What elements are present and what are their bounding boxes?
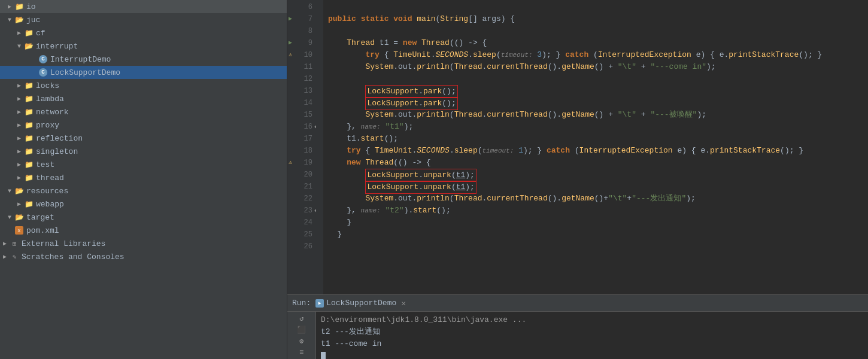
run-output-text-1: t2 ---发出通知: [321, 327, 380, 336]
code-line-17: t1.start();: [328, 133, 868, 145]
sidebar-label-resources: resources: [26, 187, 68, 196]
run-cursor-line: [321, 350, 863, 359]
run-toolbar: ↺ ⬛ ⚙ ≡ ⇌: [287, 312, 316, 359]
ln-15: 15: [287, 109, 316, 121]
collapse-arrow-scratches: ▶: [0, 253, 10, 260]
run-tab-icon: ▶: [315, 299, 324, 308]
sidebar-label-juc: juc: [26, 16, 40, 25]
sidebar-label-network: network: [36, 108, 69, 117]
folder-icon-cf: 📁: [24, 28, 34, 38]
code-line-14: LockSupport.park();: [328, 97, 868, 109]
run-tab-close[interactable]: ✕: [401, 299, 406, 308]
sidebar-item-proxy[interactable]: ▶ 📁 proxy: [0, 118, 287, 132]
sidebar-label-interrupt: interrupt: [36, 42, 78, 51]
ln-18: 18: [287, 145, 316, 157]
ln-14: 14: [287, 97, 316, 109]
folder-icon-thread: 📁: [24, 173, 34, 182]
java-file-icon-locksupportdemo: C: [38, 68, 48, 77]
code-line-7: public static void main(String[] args) {: [328, 13, 868, 25]
sidebar-label-singleton: singleton: [36, 147, 78, 156]
collapse-arrow-juc: ▼: [5, 17, 14, 23]
sidebar-item-juc[interactable]: ▼ 📂 juc: [0, 13, 287, 26]
sidebar-item-reflection[interactable]: ▶ 📁 reflection: [0, 132, 287, 145]
sidebar-item-io[interactable]: ▶ 📁 io: [0, 0, 287, 13]
ln-11: 11: [287, 61, 316, 73]
ln-7: ▶7: [287, 13, 316, 25]
sidebar-item-pomxml[interactable]: X pom.xml: [0, 224, 287, 237]
folder-icon-target: 📂: [14, 212, 24, 222]
code-line-12: [328, 73, 868, 85]
code-line-18: try { TimeUnit.SECONDS.sleep(timeout: 1)…: [328, 145, 868, 157]
run-panel-header: Run: ▶ LockSupportDemo ✕: [287, 295, 868, 312]
code-line-6: [328, 1, 868, 13]
code-lines-container[interactable]: public static void main(String[] args) {…: [323, 0, 868, 294]
run-output-line-1: t2 ---发出通知: [321, 326, 863, 338]
sidebar-item-external-libraries[interactable]: ▶ ⊞ External Libraries: [0, 237, 287, 250]
editor-area: 6 ▶7 8 ▶9 ⚠10 11 12 13 14 15 16◆ 17 18 ⚠…: [287, 0, 868, 359]
code-line-23: }, name: "t2").start();: [328, 205, 868, 217]
sidebar-label-scratches: Scratches and Consoles: [22, 252, 125, 261]
collapse-arrow-locks: ▶: [14, 82, 24, 89]
ln-22: 22: [287, 193, 316, 205]
collapse-arrow-target: ▼: [5, 214, 14, 221]
run-cursor: [321, 352, 326, 359]
sidebar-label-locksupportdemo: LockSupportDemo: [50, 68, 120, 77]
collapse-arrow-interrupt: ▼: [14, 43, 24, 50]
sidebar-item-cf[interactable]: ▶ 📁 cf: [0, 26, 287, 39]
sidebar-item-webapp[interactable]: ▶ 📁 webapp: [0, 197, 287, 211]
ln-8: 8: [287, 25, 316, 37]
run-panel: Run: ▶ LockSupportDemo ✕ ↺ ⬛ ⚙ ≡ ⇌: [287, 294, 868, 359]
sidebar-label-pomxml: pom.xml: [26, 226, 59, 235]
ln-20: 20: [287, 169, 316, 181]
scratches-icon: ✎: [10, 252, 19, 261]
sidebar-item-target[interactable]: ▼ 📂 target: [0, 211, 287, 224]
stop-button[interactable]: ⬛: [296, 325, 308, 334]
sidebar-item-lambda[interactable]: ▶ 📁 lambda: [0, 92, 287, 105]
sidebar-item-locks[interactable]: ▶ 📁 locks: [0, 79, 287, 92]
code-line-20: LockSupport.unpark(t1);: [328, 169, 868, 181]
sidebar-item-scratches[interactable]: ▶ ✎ Scratches and Consoles: [0, 250, 287, 263]
code-line-21: LockSupport.unpark(t1);: [328, 181, 868, 193]
collapse-arrow-network: ▶: [14, 108, 24, 115]
sidebar-item-locksupportdemo[interactable]: C LockSupportDemo: [0, 66, 287, 79]
code-line-8: [328, 25, 868, 37]
sidebar-item-resources[interactable]: ▼ 📂 resources: [0, 184, 287, 197]
sidebar-label-io: io: [26, 2, 36, 11]
sidebar-label-proxy: proxy: [36, 121, 59, 130]
ln-24: 24: [287, 217, 316, 229]
ln-9: ▶9: [287, 37, 316, 49]
sidebar-item-network[interactable]: ▶ 📁 network: [0, 105, 287, 118]
sidebar-item-singleton[interactable]: ▶ 📁 singleton: [0, 145, 287, 158]
folder-icon-proxy: 📁: [24, 120, 34, 130]
folder-icon-io: 📁: [14, 2, 24, 11]
rerun-button[interactable]: ↺: [296, 314, 308, 323]
run-tab-locksupportdemo[interactable]: ▶ LockSupportDemo ✕: [315, 299, 406, 308]
sidebar-label-interruptdemo: InterruptDemo: [50, 55, 111, 64]
main-area: ▶ 📁 io ▼ 📂 juc ▶ 📁 cf ▼ 📂 interrupt: [0, 0, 868, 359]
folder-icon-test: 📁: [24, 160, 34, 169]
ln-17: 17: [287, 133, 316, 145]
sort-button[interactable]: ≡: [296, 348, 308, 357]
code-line-22: System.out.println(Thread.currentThread(…: [328, 193, 868, 205]
code-view[interactable]: 6 ▶7 8 ▶9 ⚠10 11 12 13 14 15 16◆ 17 18 ⚠…: [287, 0, 868, 294]
sidebar-label-lambda: lambda: [36, 95, 64, 104]
ln-19: ⚠19: [287, 157, 316, 169]
sidebar-item-interruptdemo[interactable]: C InterruptDemo: [0, 53, 287, 66]
settings-button[interactable]: ⚙: [296, 337, 308, 346]
code-line-15: System.out.println(Thread.currentThread(…: [328, 109, 868, 121]
sidebar-item-thread[interactable]: ▶ 📁 thread: [0, 171, 287, 184]
folder-icon-network: 📁: [24, 107, 34, 117]
folder-icon-resources: 📂: [14, 186, 24, 196]
sidebar-item-interrupt[interactable]: ▼ 📂 interrupt: [0, 39, 287, 53]
code-line-19: new Thread(() -> {: [328, 157, 868, 169]
sidebar-item-test[interactable]: ▶ 📁 test: [0, 158, 287, 171]
sidebar-label-cf: cf: [36, 29, 45, 38]
sidebar-label-reflection: reflection: [36, 134, 83, 143]
code-line-9: Thread t1 = new Thread(() -> {: [328, 37, 868, 49]
code-line-11: System.out.println(Thread.currentThread(…: [328, 61, 868, 73]
code-line-10: try { TimeUnit.SECONDS.sleep(timeout: 3)…: [328, 49, 868, 61]
file-tree-sidebar: ▶ 📁 io ▼ 📂 juc ▶ 📁 cf ▼ 📂 interrupt: [0, 0, 287, 359]
collapse-arrow-reflection: ▶: [14, 135, 24, 142]
xml-file-icon-pom: X: [14, 226, 24, 235]
code-line-26: [328, 241, 868, 252]
